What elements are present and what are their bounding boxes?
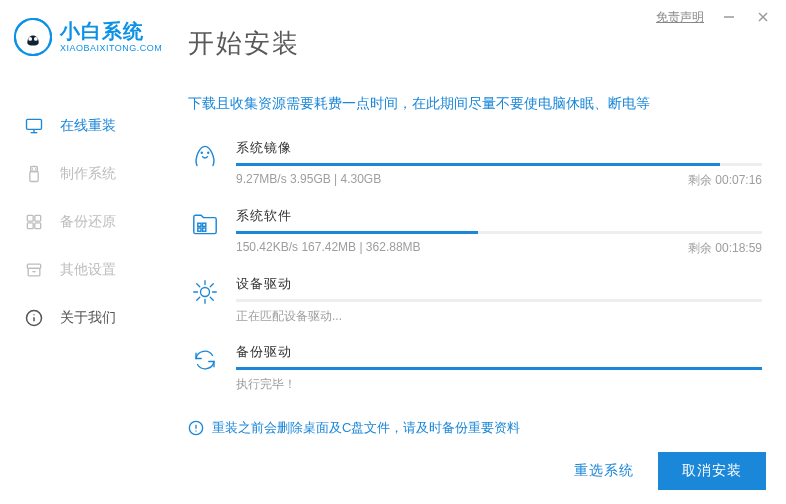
svg-point-25 xyxy=(207,152,209,154)
svg-point-41 xyxy=(195,430,196,431)
logo-mark-icon xyxy=(14,18,52,56)
logo-title: 小白系统 xyxy=(60,21,162,41)
sidebar-item-other-settings[interactable]: 其他设置 xyxy=(0,246,170,294)
footer-actions: 重选系统 取消安装 xyxy=(564,452,766,490)
svg-point-30 xyxy=(201,288,210,297)
svg-rect-26 xyxy=(198,223,201,226)
gear-icon xyxy=(188,275,222,309)
sidebar-item-label: 其他设置 xyxy=(60,261,116,279)
monitor-icon xyxy=(24,116,44,136)
grid-icon xyxy=(24,212,44,232)
usb-icon xyxy=(24,164,44,184)
svg-point-5 xyxy=(28,37,32,41)
svg-point-24 xyxy=(201,152,203,154)
svg-line-37 xyxy=(210,284,213,287)
main-panel: 开始安装 下载且收集资源需要耗费一点时间，在此期间尽量不要使电脑休眠、断电等 系… xyxy=(188,16,762,444)
sidebar-item-about-us[interactable]: 关于我们 xyxy=(0,294,170,342)
svg-rect-29 xyxy=(203,228,206,231)
svg-line-38 xyxy=(197,297,200,300)
sidebar-item-label: 备份还原 xyxy=(60,213,116,231)
cancel-install-button[interactable]: 取消安装 xyxy=(658,452,766,490)
task-title: 系统镜像 xyxy=(236,139,292,157)
sidebar-item-make-system[interactable]: 制作系统 xyxy=(0,150,170,198)
logo-subtitle: XIAOBAIXITONG.COM xyxy=(60,43,162,53)
svg-rect-15 xyxy=(35,215,41,221)
disclaimer-link[interactable]: 免责声明 xyxy=(656,9,704,26)
progress-bar xyxy=(236,163,762,166)
sidebar-item-label: 在线重装 xyxy=(60,117,116,135)
task-detail: 正在匹配设备驱动... xyxy=(236,308,342,325)
svg-rect-17 xyxy=(35,223,41,229)
info-icon xyxy=(24,308,44,328)
task-remaining: 剩余 00:18:59 xyxy=(688,240,762,257)
svg-rect-28 xyxy=(198,228,201,231)
close-button[interactable] xyxy=(754,8,772,26)
progress-bar xyxy=(236,367,762,370)
task-backup-driver: 备份驱动 执行完毕！ xyxy=(188,335,762,403)
progress-bar xyxy=(236,299,762,302)
reselect-system-button[interactable]: 重选系统 xyxy=(564,454,644,488)
task-title: 备份驱动 xyxy=(236,343,292,361)
task-system-image: 系统镜像 9.27MB/s 3.95GB | 4.30GB 剩余 00:07:1… xyxy=(188,131,762,199)
folder-apps-icon xyxy=(188,207,222,241)
minimize-icon xyxy=(722,10,736,24)
minimize-button[interactable] xyxy=(720,8,738,26)
svg-rect-27 xyxy=(203,223,206,226)
app-logo: 小白系统 XIAOBAIXITONG.COM xyxy=(14,18,162,56)
svg-rect-16 xyxy=(27,223,33,229)
sidebar-item-label: 关于我们 xyxy=(60,309,116,327)
task-system-software: 系统软件 150.42KB/s 167.42MB | 362.88MB 剩余 0… xyxy=(188,199,762,267)
svg-line-35 xyxy=(197,284,200,287)
archive-icon xyxy=(24,260,44,280)
sidebar: 在线重装 制作系统 备份还原 其他设置 关于我们 xyxy=(0,72,170,342)
page-tip: 下载且收集资源需要耗费一点时间，在此期间尽量不要使电脑休眠、断电等 xyxy=(188,95,762,113)
sidebar-item-label: 制作系统 xyxy=(60,165,116,183)
task-detail: 执行完毕！ xyxy=(236,376,296,393)
svg-rect-14 xyxy=(27,215,33,221)
progress-bar xyxy=(236,231,762,234)
sidebar-item-online-reinstall[interactable]: 在线重装 xyxy=(0,102,170,150)
svg-point-6 xyxy=(34,37,38,41)
warning-text: 重装之前会删除桌面及C盘文件，请及时备份重要资料 xyxy=(212,419,520,437)
svg-rect-7 xyxy=(27,119,42,129)
task-device-driver: 设备驱动 正在匹配设备驱动... xyxy=(188,267,762,335)
warning-banner: 重装之前会删除桌面及C盘文件，请及时备份重要资料 xyxy=(188,419,762,437)
sync-icon xyxy=(188,343,222,377)
alert-icon xyxy=(188,420,204,436)
sidebar-item-backup-restore[interactable]: 备份还原 xyxy=(0,198,170,246)
task-title: 设备驱动 xyxy=(236,275,292,293)
task-detail: 9.27MB/s 3.95GB | 4.30GB xyxy=(236,172,381,189)
close-icon xyxy=(756,10,770,24)
svg-line-36 xyxy=(210,297,213,300)
svg-point-23 xyxy=(33,314,34,315)
svg-rect-11 xyxy=(30,172,38,182)
task-title: 系统软件 xyxy=(236,207,292,225)
task-remaining: 剩余 00:07:16 xyxy=(688,172,762,189)
penguin-icon xyxy=(188,139,222,173)
task-detail: 150.42KB/s 167.42MB | 362.88MB xyxy=(236,240,421,257)
